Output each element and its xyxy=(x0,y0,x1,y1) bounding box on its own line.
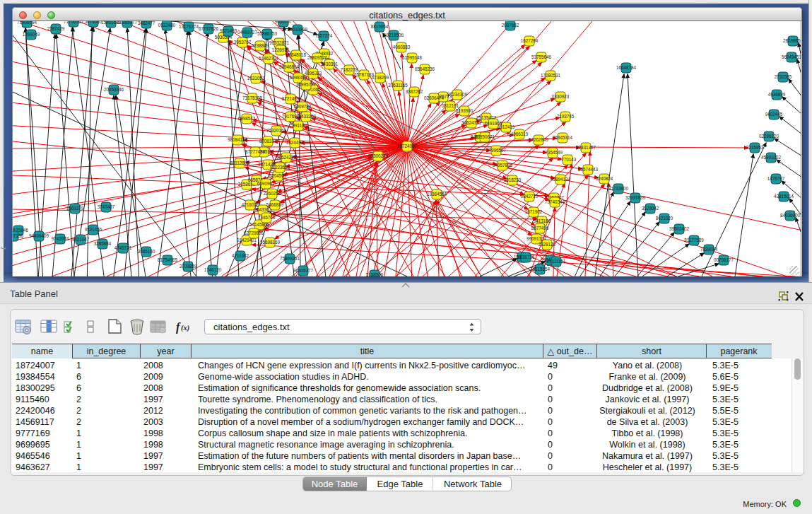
svg-text:19218506: 19218506 xyxy=(384,33,404,37)
svg-text:75869261: 75869261 xyxy=(280,256,300,261)
svg-text:7839084: 7839084 xyxy=(700,247,718,252)
svg-text:7543303: 7543303 xyxy=(254,207,272,212)
svg-text:45991022: 45991022 xyxy=(761,155,782,160)
svg-text:56049451: 56049451 xyxy=(782,54,801,59)
svg-text:1671902: 1671902 xyxy=(525,209,543,214)
svg-text:51462704: 51462704 xyxy=(259,56,279,61)
svg-text:80112805: 80112805 xyxy=(230,160,249,165)
svg-text:87277434: 87277434 xyxy=(245,149,266,154)
svg-text:97848018: 97848018 xyxy=(286,52,307,57)
svg-text:9413186: 9413186 xyxy=(534,218,551,223)
svg-text:7857224: 7857224 xyxy=(315,33,333,38)
svg-text:51850671: 51850671 xyxy=(475,134,495,139)
svg-text:18724007: 18724007 xyxy=(397,144,418,148)
svg-text:80831367: 80831367 xyxy=(576,145,596,150)
svg-text:9421047: 9421047 xyxy=(72,237,90,242)
svg-text:76615654: 76615654 xyxy=(530,267,551,271)
svg-text:9402445: 9402445 xyxy=(765,112,783,117)
svg-text:2787429: 2787429 xyxy=(47,26,65,31)
svg-text:6193990: 6193990 xyxy=(456,108,473,113)
svg-text:29946804: 29946804 xyxy=(279,64,300,69)
svg-text:32931839: 32931839 xyxy=(625,195,646,200)
svg-text:53755646: 53755646 xyxy=(531,54,552,59)
svg-text:76320163: 76320163 xyxy=(266,128,287,133)
svg-text:(x): (x) xyxy=(181,324,189,332)
svg-text:8813054: 8813054 xyxy=(371,24,389,29)
svg-text:4896383: 4896383 xyxy=(305,71,322,76)
svg-text:16033809: 16033809 xyxy=(288,27,308,32)
svg-text:37631165: 37631165 xyxy=(388,83,408,88)
svg-text:9821465: 9821465 xyxy=(220,28,237,33)
svg-text:6998543: 6998543 xyxy=(238,116,256,121)
svg-text:5674680: 5674680 xyxy=(85,21,102,24)
svg-text:0812191: 0812191 xyxy=(442,103,459,108)
svg-text:81177589: 81177589 xyxy=(684,238,704,243)
svg-text:1399049: 1399049 xyxy=(23,32,40,37)
svg-text:98084124: 98084124 xyxy=(228,137,248,142)
svg-text:34624751: 34624751 xyxy=(461,120,482,125)
svg-text:3215953: 3215953 xyxy=(746,145,764,150)
svg-text:8421020: 8421020 xyxy=(656,216,673,221)
svg-text:37996507: 37996507 xyxy=(486,148,507,153)
svg-text:2328120: 2328120 xyxy=(539,242,556,247)
svg-text:4738299: 4738299 xyxy=(372,75,389,80)
svg-text:3747407: 3747407 xyxy=(98,204,115,209)
svg-text:8708317: 8708317 xyxy=(259,139,277,144)
svg-text:5466889: 5466889 xyxy=(266,202,284,207)
svg-text:7346706: 7346706 xyxy=(258,215,276,220)
svg-text:3953767: 3953767 xyxy=(234,40,252,45)
svg-text:3387262: 3387262 xyxy=(406,89,423,94)
svg-text:57262849: 57262849 xyxy=(529,137,549,142)
svg-text:19384554: 19384554 xyxy=(427,192,447,197)
svg-text:43815614: 43815614 xyxy=(774,194,794,199)
svg-text:7991183: 7991183 xyxy=(290,123,307,128)
svg-text:67737826: 67737826 xyxy=(199,26,219,31)
svg-text:4745171: 4745171 xyxy=(114,245,132,250)
svg-text:0932480: 0932480 xyxy=(158,23,176,28)
svg-text:49894134: 49894134 xyxy=(551,177,571,182)
svg-text:5240824: 5240824 xyxy=(596,176,613,181)
svg-text:60385977: 60385977 xyxy=(117,21,138,25)
svg-text:16648784: 16648784 xyxy=(616,65,637,70)
svg-text:65648236: 65648236 xyxy=(415,66,435,71)
svg-text:7193745: 7193745 xyxy=(557,114,575,119)
svg-text:62729806: 62729806 xyxy=(244,230,264,235)
svg-text:20053346: 20053346 xyxy=(104,87,124,92)
svg-text:84036900: 84036900 xyxy=(780,213,801,218)
svg-text:76945314: 76945314 xyxy=(553,135,573,140)
svg-text:4936899: 4936899 xyxy=(768,92,786,97)
svg-text:85574443: 85574443 xyxy=(578,167,599,172)
svg-text:1491905: 1491905 xyxy=(485,121,502,126)
svg-text:4216073: 4216073 xyxy=(242,202,259,207)
svg-text:7770143: 7770143 xyxy=(559,157,577,162)
svg-text:2087682: 2087682 xyxy=(502,23,519,28)
svg-text:73178108: 73178108 xyxy=(242,95,263,100)
svg-text:1969379: 1969379 xyxy=(66,206,84,211)
svg-text:4060883: 4060883 xyxy=(393,45,411,49)
svg-text:17080531: 17080531 xyxy=(541,73,561,78)
svg-text:81223623: 81223623 xyxy=(270,165,290,170)
svg-text:5009788: 5009788 xyxy=(294,104,312,109)
svg-text:3685160: 3685160 xyxy=(138,249,155,254)
svg-text:6204505: 6204505 xyxy=(269,173,287,178)
svg-text:3518233: 3518233 xyxy=(504,177,522,182)
svg-text:34957885: 34957885 xyxy=(493,163,513,168)
svg-text:8721489: 8721489 xyxy=(282,96,300,101)
svg-text:7917693: 7917693 xyxy=(282,114,300,119)
svg-text:1627204: 1627204 xyxy=(521,38,539,43)
svg-text:1746120: 1746120 xyxy=(204,267,222,272)
svg-text:71756551: 71756551 xyxy=(64,21,84,24)
svg-text:0842710: 0842710 xyxy=(521,194,539,199)
svg-text:1476797: 1476797 xyxy=(767,176,785,181)
svg-text:39502402: 39502402 xyxy=(669,226,690,231)
svg-text:4238849: 4238849 xyxy=(252,43,269,48)
svg-text:02606474: 02606474 xyxy=(424,95,445,100)
svg-text:8677496: 8677496 xyxy=(531,226,549,230)
svg-text:3482477: 3482477 xyxy=(138,21,155,25)
svg-text:00766177: 00766177 xyxy=(714,257,734,262)
svg-text:13171274: 13171274 xyxy=(179,24,199,29)
svg-text:27111161: 27111161 xyxy=(547,259,566,264)
svg-text:79740344: 79740344 xyxy=(545,199,565,204)
svg-text:1836736: 1836736 xyxy=(517,255,535,259)
svg-text:9521456: 9521456 xyxy=(85,227,102,232)
